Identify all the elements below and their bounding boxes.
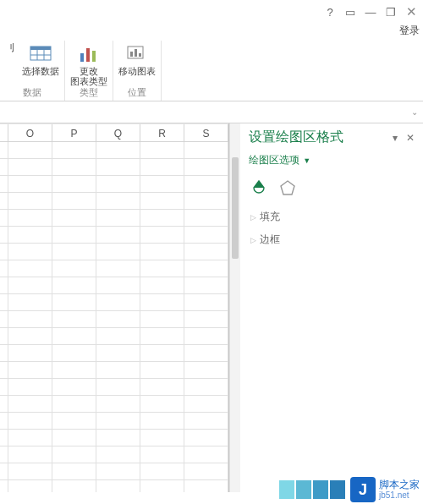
cell[interactable] (96, 244, 140, 260)
column-header-P[interactable]: P (52, 124, 96, 141)
cell[interactable] (140, 379, 184, 395)
cell[interactable] (140, 328, 184, 344)
cell[interactable] (140, 260, 184, 277)
cell[interactable] (96, 294, 140, 310)
cell[interactable] (184, 193, 228, 209)
cell[interactable] (0, 413, 8, 429)
cell[interactable] (184, 142, 228, 158)
pane-close-icon[interactable]: ✕ (406, 132, 415, 144)
cell[interactable] (0, 345, 8, 361)
cell[interactable] (0, 159, 8, 175)
cell[interactable] (140, 159, 184, 175)
plot-area-options-dropdown[interactable]: 绘图区选项 ▼ (249, 153, 310, 167)
cell[interactable] (0, 430, 8, 446)
cell[interactable] (8, 244, 52, 260)
cell[interactable] (8, 227, 52, 243)
cell[interactable] (140, 227, 184, 243)
cell[interactable] (0, 227, 8, 243)
cell[interactable] (96, 463, 140, 479)
cell[interactable] (96, 396, 140, 412)
section-fill[interactable]: ▷ 填充 (249, 210, 415, 224)
cell[interactable] (52, 463, 96, 479)
cell[interactable] (140, 463, 184, 479)
cell[interactable] (52, 396, 96, 412)
cell[interactable] (8, 480, 52, 492)
cell[interactable] (96, 379, 140, 395)
fill-line-tab-icon[interactable] (250, 179, 267, 196)
cell[interactable] (8, 176, 52, 192)
cell[interactable] (96, 277, 140, 293)
cell[interactable] (96, 227, 140, 243)
cell[interactable] (52, 294, 96, 310)
cell[interactable] (8, 362, 52, 378)
cell[interactable] (8, 142, 52, 158)
cell[interactable] (184, 294, 228, 310)
cell[interactable] (52, 413, 96, 429)
cell[interactable] (140, 413, 184, 429)
cell[interactable] (184, 227, 228, 243)
cell[interactable] (184, 430, 228, 446)
cell[interactable] (8, 210, 52, 226)
cell[interactable] (184, 480, 228, 492)
cell[interactable] (0, 210, 8, 226)
select-data-button[interactable]: 选择数据 (22, 41, 59, 76)
cell[interactable] (0, 328, 8, 344)
cell[interactable] (52, 362, 96, 378)
cell[interactable] (140, 244, 184, 260)
cell[interactable] (0, 362, 8, 378)
cell[interactable] (184, 328, 228, 344)
cell[interactable] (96, 480, 140, 492)
cell[interactable] (52, 193, 96, 209)
cell[interactable] (184, 244, 228, 260)
cell[interactable] (140, 193, 184, 209)
cell[interactable] (140, 480, 184, 492)
cell[interactable] (140, 430, 184, 446)
cell[interactable] (184, 446, 228, 463)
cell[interactable] (0, 463, 8, 479)
cell[interactable] (52, 260, 96, 277)
cell[interactable] (8, 311, 52, 327)
cell[interactable] (184, 176, 228, 192)
restore-button[interactable]: ❐ (384, 5, 398, 19)
cell[interactable] (8, 328, 52, 344)
pane-options-icon[interactable]: ▾ (393, 132, 398, 144)
cell[interactable] (0, 176, 8, 192)
login-link[interactable]: 登录 (0, 24, 423, 39)
cell[interactable] (140, 176, 184, 192)
cell[interactable] (0, 396, 8, 412)
cell[interactable] (52, 311, 96, 327)
cell[interactable] (96, 176, 140, 192)
cell[interactable] (140, 396, 184, 412)
cell[interactable] (8, 345, 52, 361)
cell[interactable] (184, 345, 228, 361)
cell[interactable] (96, 328, 140, 344)
cell[interactable] (0, 294, 8, 310)
scrollbar-thumb[interactable] (232, 157, 239, 259)
cell[interactable] (0, 193, 8, 209)
cell[interactable] (96, 362, 140, 378)
cell[interactable] (140, 362, 184, 378)
cell[interactable] (8, 446, 52, 463)
change-chart-type-button[interactable]: 更改 图表类型 (70, 41, 107, 86)
cell[interactable] (0, 277, 8, 293)
cell[interactable] (184, 463, 228, 479)
cell[interactable] (0, 244, 8, 260)
cell[interactable] (0, 260, 8, 277)
cell[interactable] (8, 413, 52, 429)
cell[interactable] (8, 396, 52, 412)
column-header-stub[interactable] (0, 124, 8, 141)
cell[interactable] (52, 244, 96, 260)
vertical-scrollbar[interactable] (229, 123, 240, 492)
cell[interactable] (184, 362, 228, 378)
cell[interactable] (96, 142, 140, 158)
cell[interactable] (52, 210, 96, 226)
cell[interactable] (184, 311, 228, 327)
cell[interactable] (184, 396, 228, 412)
cell[interactable] (96, 413, 140, 429)
close-button[interactable]: ✕ (404, 5, 418, 19)
cell[interactable] (8, 430, 52, 446)
ribbon-display-icon[interactable]: ▭ (343, 5, 357, 19)
cell[interactable] (52, 176, 96, 192)
cell[interactable] (0, 446, 8, 463)
cell[interactable] (96, 260, 140, 277)
